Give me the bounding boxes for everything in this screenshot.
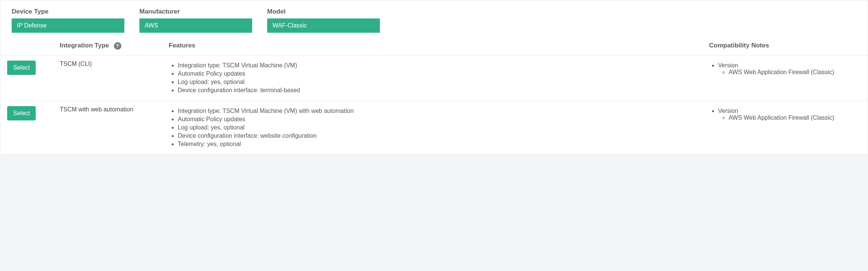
feature-item: Integration type: TSCM Virtual Machine (… (178, 108, 696, 114)
compat-list: Version AWS Web Application Firewall (Cl… (709, 108, 861, 121)
select-button[interactable]: Select (7, 106, 36, 120)
integration-table: Integration Type ? Features Compatibilit… (0, 37, 868, 154)
model-label: Model (267, 8, 380, 15)
feature-item: Integration type: TSCM Virtual Machine (… (178, 62, 696, 69)
compat-heading: Version AWS Web Application Firewall (Cl… (718, 108, 861, 121)
compat-item: AWS Web Application Firewall (Classic) (729, 69, 861, 76)
feature-item: Device configuration interface: terminal… (178, 87, 696, 94)
feature-item: Automatic Policy updates (178, 70, 696, 77)
filter-bar: Device Type IP Defense Manufacturer AWS … (12, 8, 856, 37)
manufacturer-select[interactable]: AWS (139, 18, 252, 33)
compat-heading-text: Version (718, 62, 738, 69)
features-list: Integration type: TSCM Virtual Machine (… (169, 62, 696, 94)
integration-type-cell: TSCM (CLI) (53, 55, 162, 100)
compat-item: AWS Web Application Firewall (Classic) (729, 114, 861, 121)
help-icon[interactable]: ? (114, 42, 121, 50)
feature-item: Telemetry: yes, optional (178, 141, 696, 148)
table-row: Select TSCM with web automation Integrat… (0, 100, 868, 154)
compat-heading: Version AWS Web Application Firewall (Cl… (718, 62, 861, 76)
compat-list: Version AWS Web Application Firewall (Cl… (709, 62, 861, 76)
select-button[interactable]: Select (7, 61, 36, 75)
compat-heading-text: Version (718, 108, 738, 114)
feature-item: Log upload: yes, optional (178, 124, 696, 131)
table-row: Select TSCM (CLI) Integration type: TSCM… (0, 55, 868, 100)
device-type-label: Device Type (12, 8, 124, 15)
feature-item: Log upload: yes, optional (178, 79, 696, 85)
integration-type-cell: TSCM with web automation (53, 100, 162, 154)
device-type-select[interactable]: IP Defense (12, 18, 124, 33)
model-select[interactable]: WAF-Classic (267, 18, 380, 33)
integration-type-header-text: Integration Type (60, 42, 109, 49)
col-integration-type-header: Integration Type ? (53, 37, 162, 55)
feature-item: Device configuration interface: website … (178, 132, 696, 139)
features-list: Integration type: TSCM Virtual Machine (… (169, 108, 696, 148)
manufacturer-label: Manufacturer (139, 8, 252, 15)
col-compatibility-header: Compatibility Notes (702, 37, 868, 55)
col-features-header: Features (162, 37, 702, 55)
feature-item: Automatic Policy updates (178, 116, 696, 123)
col-select-header (0, 37, 53, 55)
